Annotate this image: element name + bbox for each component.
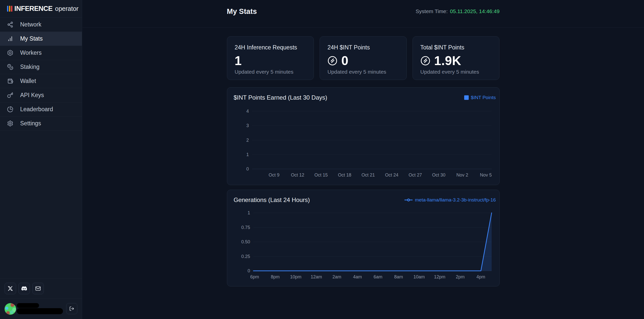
legend-line-icon xyxy=(404,198,413,201)
svg-text:4pm: 4pm xyxy=(476,274,485,279)
stat-card-title: 24H Inference Requests xyxy=(235,44,306,51)
stat-cards-row: 24H Inference Requests 1 Updated every 5… xyxy=(227,36,500,80)
discord-icon xyxy=(21,286,27,291)
svg-text:10pm: 10pm xyxy=(290,274,301,279)
svg-text:0.50: 0.50 xyxy=(241,239,250,244)
logo-bars-icon xyxy=(7,6,12,12)
content-area: 24H Inference Requests 1 Updated every 5… xyxy=(227,28,500,286)
svg-text:4am: 4am xyxy=(353,274,362,279)
sidebar-item-my-stats[interactable]: My Stats xyxy=(0,32,82,46)
sidebar-spacer xyxy=(0,131,82,278)
gear-icon xyxy=(7,120,14,127)
stat-card-inference-requests: 24H Inference Requests 1 Updated every 5… xyxy=(227,36,314,80)
stat-card-subtitle: Updated every 5 minutes xyxy=(235,69,306,75)
legend-model-series[interactable]: meta-llama/llama-3.2-3b-instruct/fp-16 xyxy=(404,197,496,203)
int-coin-icon xyxy=(420,56,430,66)
system-time-label: System Time: xyxy=(416,8,448,14)
svg-text:Oct 12: Oct 12 xyxy=(291,172,304,178)
svg-text:8am: 8am xyxy=(394,274,403,279)
sidebar-item-workers[interactable]: Workers xyxy=(0,46,82,60)
svg-text:Oct 15: Oct 15 xyxy=(314,172,328,178)
app-logo: INFERENCE operator xyxy=(0,0,82,18)
key-icon xyxy=(7,92,14,99)
int-coin-icon xyxy=(327,56,337,66)
svg-text:2am: 2am xyxy=(332,274,341,279)
svg-text:8pm: 8pm xyxy=(271,274,280,279)
svg-text:0.25: 0.25 xyxy=(241,254,250,259)
sidebar-item-staking[interactable]: Staking xyxy=(0,60,82,74)
social-links xyxy=(0,278,82,299)
wallet-icon xyxy=(7,78,14,84)
mail-icon xyxy=(35,286,41,291)
sidebar-item-settings[interactable]: Settings xyxy=(0,117,82,131)
coins-icon xyxy=(7,64,14,70)
main-content: My Stats System Time: 05.11.2025, 14:46:… xyxy=(82,0,644,319)
svg-text:Oct 18: Oct 18 xyxy=(338,172,351,178)
svg-text:Oct 9: Oct 9 xyxy=(268,172,279,178)
x-twitter-button[interactable] xyxy=(5,283,16,294)
generations-chart-panel: Generations (Last 24 Hours) meta-llama/l… xyxy=(227,190,500,286)
bar-chart-icon xyxy=(7,36,14,42)
pie-chart-icon xyxy=(7,106,14,113)
system-time: System Time: 05.11.2025, 14:46:49 xyxy=(416,8,499,14)
svg-text:Oct 24: Oct 24 xyxy=(385,172,398,178)
stat-card-title: 24H $INT Points xyxy=(327,44,399,51)
brand-suffix: operator xyxy=(55,5,79,12)
avatar xyxy=(5,303,16,315)
stat-card-value: 1 xyxy=(235,53,242,68)
chart-title: Generations (Last 24 Hours) xyxy=(234,196,310,204)
sidebar-item-label: Wallet xyxy=(20,78,36,84)
discord-button[interactable] xyxy=(18,283,30,294)
sidebar-item-label: Workers xyxy=(20,49,42,56)
svg-text:Oct 27: Oct 27 xyxy=(409,172,422,178)
stat-card-subtitle: Updated every 5 minutes xyxy=(420,69,492,75)
svg-text:1: 1 xyxy=(246,152,249,157)
logout-button[interactable] xyxy=(66,303,77,314)
redacted-text-bar xyxy=(17,308,63,314)
sidebar-item-label: My Stats xyxy=(20,35,43,42)
svg-text:6pm: 6pm xyxy=(250,274,259,279)
sidebar-item-label: Network xyxy=(20,21,41,28)
stat-card-title: Total $INT Points xyxy=(420,44,492,51)
sidebar-item-label: Staking xyxy=(20,64,40,70)
network-icon xyxy=(7,21,14,28)
redacted-text-bar xyxy=(17,303,39,308)
svg-text:6am: 6am xyxy=(374,274,382,279)
stat-card-subtitle: Updated every 5 minutes xyxy=(327,69,399,75)
sidebar-item-wallet[interactable]: Wallet xyxy=(0,74,82,88)
legend-label: $INT Points xyxy=(471,95,496,100)
chart-title: $INT Points Earned (Last 30 Days) xyxy=(234,94,327,101)
svg-text:Nov 5: Nov 5 xyxy=(480,172,492,178)
page-title: My Stats xyxy=(227,8,257,15)
svg-text:2: 2 xyxy=(246,138,249,143)
svg-text:Oct 30: Oct 30 xyxy=(432,172,445,178)
logout-icon xyxy=(69,306,74,311)
stat-card-value: 1.9K xyxy=(434,53,461,68)
svg-text:0: 0 xyxy=(246,166,249,171)
svg-text:0.75: 0.75 xyxy=(241,225,250,230)
sidebar-item-network[interactable]: Network xyxy=(0,18,82,32)
legend-swatch-icon xyxy=(464,95,469,100)
stat-card-24h-int-points: 24H $INT Points 0 Updated every 5 minute… xyxy=(320,36,407,80)
points-earned-chart: 01234Oct 9Oct 12Oct 15Oct 18Oct 21Oct 24… xyxy=(227,105,500,183)
svg-text:10am: 10am xyxy=(413,274,425,279)
legend-int-points[interactable]: $INT Points xyxy=(464,95,496,100)
sidebar-item-label: Settings xyxy=(20,120,41,127)
username-redacted xyxy=(17,303,63,314)
svg-text:2pm: 2pm xyxy=(456,274,464,279)
svg-text:4: 4 xyxy=(246,109,249,114)
brand-name: INFERENCE xyxy=(14,5,53,13)
generations-chart: 00.250.500.7516pm8pm10pm12am2am4am6am8am… xyxy=(227,207,500,284)
sidebar: INFERENCE operator Network My Stats Work… xyxy=(0,0,82,319)
system-time-value: 05.11.2025, 14:46:49 xyxy=(450,8,500,14)
svg-text:Nov 2: Nov 2 xyxy=(456,172,468,178)
hexagon-node-icon xyxy=(7,50,14,56)
sidebar-item-api-keys[interactable]: API Keys xyxy=(0,88,82,102)
legend-label: meta-llama/llama-3.2-3b-instruct/fp-16 xyxy=(415,197,496,203)
mail-button[interactable] xyxy=(32,283,44,294)
svg-text:Oct 21: Oct 21 xyxy=(361,172,375,178)
sidebar-item-leaderboard[interactable]: Leaderboard xyxy=(0,102,82,117)
user-profile xyxy=(0,299,82,319)
x-twitter-icon xyxy=(8,286,13,291)
page-header: My Stats System Time: 05.11.2025, 14:46:… xyxy=(82,0,644,28)
